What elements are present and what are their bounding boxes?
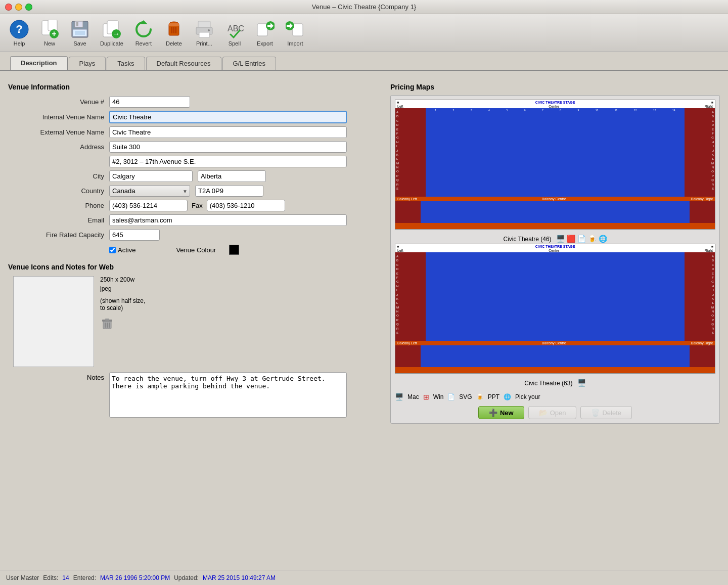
win-icon: ⊞ (423, 393, 429, 401)
svg-text:?: ? (16, 23, 22, 35)
fire-rated-input[interactable] (109, 229, 160, 241)
window-title: Venue – Civic Theatre {Company 1} (312, 3, 416, 11)
map2-caption-row: Civic Theatre (46) 🖥️ 🟥 📄 🍺 🌐 (395, 235, 715, 243)
map2-centre-label: Centre (549, 249, 559, 252)
city-input[interactable] (109, 170, 193, 182)
phone-input[interactable] (109, 200, 188, 211)
active-checkbox-label[interactable]: Active (109, 246, 135, 254)
print-icon (194, 19, 214, 39)
map3-icons: 🖥️ (577, 379, 586, 387)
country-select-wrapper[interactable]: Canada United States ▼ (109, 185, 190, 197)
map1-centre-label: Centre (549, 105, 559, 108)
bottom-btn-row: ➕ New 📂 Open 🗑️ Delete (395, 406, 715, 419)
left-panel: Venue Information Venue # Internal Venue… (8, 83, 382, 526)
pick-label: Pick your (515, 393, 540, 400)
open-map-button[interactable]: 📂 Open (528, 406, 577, 419)
map2-sublabels: Left Centre Right (395, 249, 715, 252)
map2-balcony-left: Balcony Left (397, 341, 417, 345)
revert-button[interactable]: Revert (129, 17, 158, 49)
notes-textarea[interactable]: To reach the venue, turn off Hwy 3 at Ge… (109, 372, 347, 418)
map2-balcony-centre: Balcony Centre (542, 341, 566, 345)
external-name-label: External Venue Name (8, 128, 109, 136)
map1-title: CIVIC THEATRE STAGE (535, 101, 575, 104)
active-checkbox[interactable] (109, 247, 116, 253)
ppt-icon: 🍺 (476, 393, 484, 400)
export-button[interactable]: Export (251, 17, 279, 49)
save-icon (70, 19, 90, 39)
venue-number-input[interactable] (109, 96, 190, 108)
right-panel: Pricing Maps ■ CIVIC THEATRE STAGE ■ Lef… (390, 83, 720, 526)
maximize-button[interactable] (25, 4, 32, 11)
import-label: Import (287, 40, 303, 47)
map2-title: CIVIC THEATRE STAGE (535, 245, 575, 248)
fax-input[interactable] (207, 200, 285, 211)
tab-description[interactable]: Description (10, 56, 68, 70)
svg-point-25 (208, 29, 210, 31)
status-edits-count: 14 (62, 574, 69, 581)
tab-gl-entries[interactable]: G/L Entries (222, 57, 277, 70)
duplicate-button[interactable]: → Duplicate (96, 17, 127, 49)
country-label: Country (8, 187, 109, 195)
export-icon (255, 19, 275, 39)
status-entered-label: Entered: (73, 574, 96, 581)
map1-right-rows: ABCDEFGHIJKLMNOPQRS (711, 110, 714, 191)
delete-label: Delete (166, 40, 182, 47)
trash-icon[interactable] (100, 317, 145, 332)
map1-balcony-right: Balcony Right (691, 197, 713, 201)
web-section: Venue Icons and Notes for Web 250h x 200… (8, 263, 382, 367)
new-map-button[interactable]: ➕ New (478, 406, 524, 419)
tab-default-resources[interactable]: Default Resources (146, 57, 221, 70)
map3-caption-row: Civic Theatre (63) 🖥️ (395, 379, 715, 387)
email-input[interactable] (109, 214, 347, 226)
new-label: New (44, 40, 55, 47)
svg-icon: 📄 (447, 393, 455, 400)
tab-tasks[interactable]: Tasks (107, 57, 145, 70)
map1-balcony-labels: Balcony Left Balcony Centre Balcony Righ… (395, 197, 715, 201)
close-button[interactable] (5, 4, 12, 11)
external-name-input[interactable] (109, 126, 347, 138)
svg-text:→: → (113, 30, 120, 38)
province-input[interactable] (198, 170, 266, 182)
image-info-line4: to scale) (100, 304, 123, 311)
save-button[interactable]: Save (66, 17, 94, 49)
title-bar: Venue – Civic Theatre {Company 1} (0, 0, 728, 14)
address-line1-input[interactable] (109, 141, 347, 153)
spell-button[interactable]: ABC Spell (220, 17, 249, 49)
web-section-title: Venue Icons and Notes for Web (8, 263, 382, 271)
tab-plays[interactable]: Plays (69, 57, 106, 70)
revert-label: Revert (135, 40, 152, 47)
address-line2-input[interactable] (109, 156, 347, 167)
print-button[interactable]: Print... (190, 17, 218, 49)
delete-button[interactable]: Delete (160, 17, 188, 49)
duplicate-label: Duplicate (100, 40, 123, 47)
new-button[interactable]: + New (35, 17, 64, 49)
fax-label: Fax (188, 202, 207, 209)
venue-colour-swatch[interactable] (229, 245, 239, 255)
country-select[interactable]: Canada United States (109, 185, 190, 197)
venue-map-1[interactable]: ■ CIVIC THEATRE STAGE ■ Left Centre Righ… (395, 100, 715, 230)
external-name-row: External Venue Name (8, 126, 382, 138)
spell-icon: ABC (224, 19, 245, 39)
internal-name-input[interactable] (109, 111, 347, 123)
status-updated-date: MAR 25 2015 10:49:27 AM (203, 574, 276, 581)
mac-label: Mac (407, 393, 419, 400)
minimize-button[interactable] (15, 4, 22, 11)
delete-map-button[interactable]: 🗑️ Delete (580, 406, 632, 419)
city-row: City (8, 170, 382, 182)
open-map-icon: 📂 (539, 409, 548, 417)
import-button[interactable]: Import (281, 17, 309, 49)
postal-input[interactable] (195, 185, 263, 197)
fire-rated-label: Fire Rated Capacity (8, 231, 109, 239)
status-edits-label: Edits: (43, 574, 58, 581)
help-button[interactable]: ? Help (5, 17, 33, 49)
map2-right-rows: ABCDEFGHIJKLMNOPQRS (711, 254, 714, 335)
email-label: Email (8, 216, 109, 224)
map1-left-rows: ABCDEFGHIJKLMNOPQRS (396, 110, 399, 191)
print-label: Print... (196, 40, 212, 47)
venue-number-label: Venue # (8, 98, 109, 106)
window-controls[interactable] (5, 4, 32, 11)
venue-map-2[interactable]: ■ CIVIC THEATRE STAGE ■ Left Centre Righ… (395, 244, 715, 374)
svg-rect-18 (169, 23, 179, 26)
map2-caption: Civic Theatre (46) (503, 236, 551, 243)
image-info-line3: (shown half size, (100, 297, 145, 304)
